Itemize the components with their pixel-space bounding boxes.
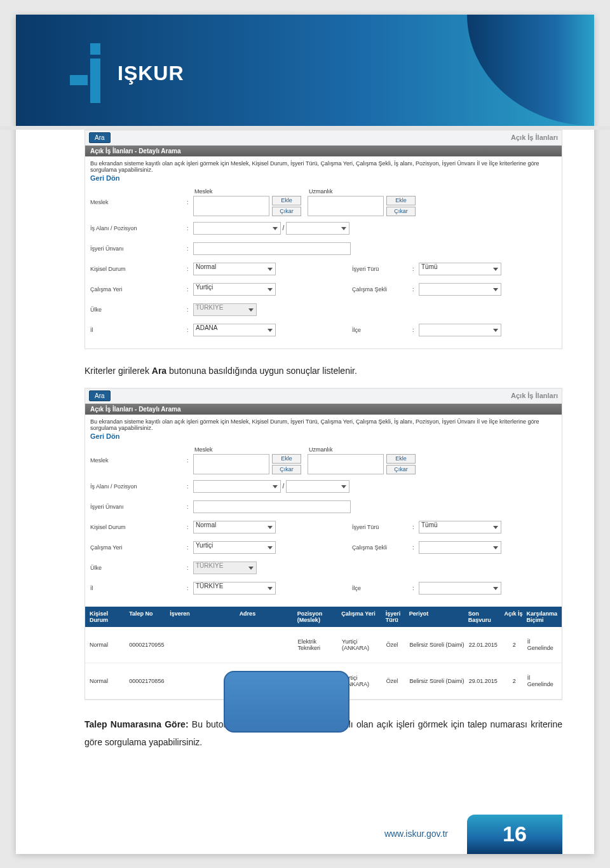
col-isyeri-turu: İşyeri Türü — [384, 610, 407, 623]
label-isyeri-turu: İşyeri Türü — [352, 524, 412, 530]
isyeri-turu-select[interactable]: Tümü — [419, 521, 501, 534]
uzmanlik-cikar-button[interactable]: Çıkar — [386, 207, 416, 216]
logo-mark-icon — [70, 43, 105, 104]
panel-instructions: Bu ekrandan sisteme kayıtlı olan açık iş… — [90, 418, 557, 431]
uzmanlik-ekle-button[interactable]: Ekle — [386, 196, 416, 205]
isyeri-unvani-input[interactable] — [193, 242, 351, 255]
col-karsilanma: Karşılanma Biçimi — [524, 610, 559, 623]
col-talep-no: Talep No — [127, 610, 168, 623]
page-title: Açık İş İlanları — [511, 392, 558, 399]
page-title: Açık İş İlanları — [511, 134, 558, 141]
col-periyot: Periyot — [407, 610, 466, 623]
col-son-basvuru: Son Başvuru — [466, 610, 503, 623]
col-adres: Adres — [238, 610, 295, 623]
calisma-yeri-select[interactable]: Yurtiçi — [193, 283, 276, 296]
label-isalani: İş Alanı / Pozisyon — [90, 483, 187, 490]
search-button[interactable]: Ara — [89, 132, 111, 143]
calisma-sekli-select[interactable] — [419, 283, 501, 296]
search-form-panel-1: Ara Açık İş İlanları Açık İş İlanları - … — [85, 130, 562, 349]
meslek-cikar-button[interactable]: Çıkar — [272, 465, 301, 474]
meslek-cikar-button[interactable]: Çıkar — [272, 207, 301, 216]
isyeri-unvani-input[interactable] — [193, 500, 351, 513]
kisisel-durum-select[interactable]: Normal — [193, 521, 276, 534]
isyeri-turu-select[interactable]: Tümü — [419, 263, 501, 275]
logo-text: IŞKUR — [118, 62, 184, 85]
meslek-input[interactable] — [193, 196, 269, 216]
panel-instructions: Bu ekrandan sisteme kayıtlı olan açık iş… — [90, 160, 557, 173]
col-isveren: İşveren — [168, 610, 237, 623]
label-il: İl — [90, 327, 187, 333]
header-divider — [0, 126, 610, 130]
caption-1: Kriterler girilerek Ara butonuna basıldı… — [85, 364, 562, 378]
uzmanlik-input[interactable] — [308, 454, 384, 474]
isalani-select[interactable] — [193, 222, 281, 235]
redacted-overlay — [224, 671, 349, 733]
uzmanlik-ekle-button[interactable]: Ekle — [386, 454, 416, 464]
uzmanlik-input[interactable] — [308, 196, 384, 216]
header-uzmanlik: Uzmanlık — [308, 446, 416, 453]
back-link[interactable]: Geri Dön — [90, 432, 119, 440]
meslek-ekle-button[interactable]: Ekle — [272, 454, 301, 464]
label-kisisel-durum: Kişisel Durum — [90, 524, 187, 530]
results-table-header: Kişisel Durum Talep No İşveren Adres Poz… — [85, 607, 562, 627]
col-acik-is: Açık İş — [502, 610, 524, 623]
label-isyeri-unvani: İşyeri Ünvanı — [90, 504, 187, 510]
page-number: 16 — [503, 822, 527, 846]
calisma-sekli-select[interactable] — [419, 541, 501, 554]
label-calisma-sekli: Çalışma Şekli — [352, 544, 412, 551]
label-calisma-yeri: Çalışma Yeri — [90, 544, 187, 551]
ilce-select[interactable] — [419, 582, 501, 595]
isalani-select[interactable] — [193, 480, 281, 493]
label-ulke: Ülke — [90, 307, 187, 313]
meslek-input[interactable] — [193, 454, 269, 474]
footer-url: www.iskur.gov.tr — [384, 829, 448, 839]
search-button[interactable]: Ara — [89, 390, 111, 401]
col-kisisel-durum: Kişisel Durum — [88, 610, 127, 623]
il-select[interactable]: ADANA — [193, 324, 276, 336]
pozisyon-select[interactable] — [286, 480, 349, 493]
label-kisisel-durum: Kişisel Durum — [90, 266, 187, 272]
ilce-select[interactable] — [419, 324, 501, 336]
ulke-select: TÜRKİYE — [193, 561, 257, 574]
search-form-panel-2: Ara Açık İş İlanları Açık İş İlanları - … — [85, 388, 562, 700]
label-ilce: İlçe — [352, 327, 412, 333]
label-isyeri-unvani: İşyeri Ünvanı — [90, 245, 187, 252]
header-meslek: Meslek — [193, 188, 301, 195]
ulke-select: TÜRKİYE — [193, 303, 257, 316]
pozisyon-select[interactable] — [286, 222, 349, 235]
panel-title: Açık İş İlanları - Detaylı Arama — [85, 146, 562, 156]
panel-title: Açık İş İlanları - Detaylı Arama — [85, 404, 562, 415]
label-ilce: İlçe — [352, 585, 412, 591]
back-link[interactable]: Geri Dön — [90, 174, 119, 182]
footer-page-block: 16 — [467, 815, 562, 854]
label-isyeri-turu: İşyeri Türü — [352, 266, 412, 272]
label-meslek: Meslek — [90, 457, 187, 464]
logo: IŞKUR — [70, 43, 184, 104]
col-calisma-yeri: Çalışma Yeri — [339, 610, 383, 623]
table-row[interactable]: Normal 00002170955 Elektrik Teknikeri Yu… — [85, 627, 562, 663]
label-ulke: Ülke — [90, 565, 187, 571]
label-calisma-yeri: Çalışma Yeri — [90, 286, 187, 293]
header-uzmanlik: Uzmanlık — [308, 188, 416, 195]
label-isalani: İş Alanı / Pozisyon — [90, 225, 187, 231]
label-meslek: Meslek — [90, 199, 187, 205]
col-pozisyon: Pozisyon (Meslek) — [295, 610, 339, 623]
label-calisma-sekli: Çalışma Şekli — [352, 286, 412, 293]
label-il: İl — [90, 585, 187, 591]
header-meslek: Meslek — [193, 446, 301, 453]
calisma-yeri-select[interactable]: Yurtiçi — [193, 541, 276, 554]
meslek-ekle-button[interactable]: Ekle — [272, 196, 301, 205]
il-select[interactable]: TÜRKİYE — [193, 582, 276, 595]
kisisel-durum-select[interactable]: Normal — [193, 263, 276, 275]
uzmanlik-cikar-button[interactable]: Çıkar — [386, 465, 416, 474]
